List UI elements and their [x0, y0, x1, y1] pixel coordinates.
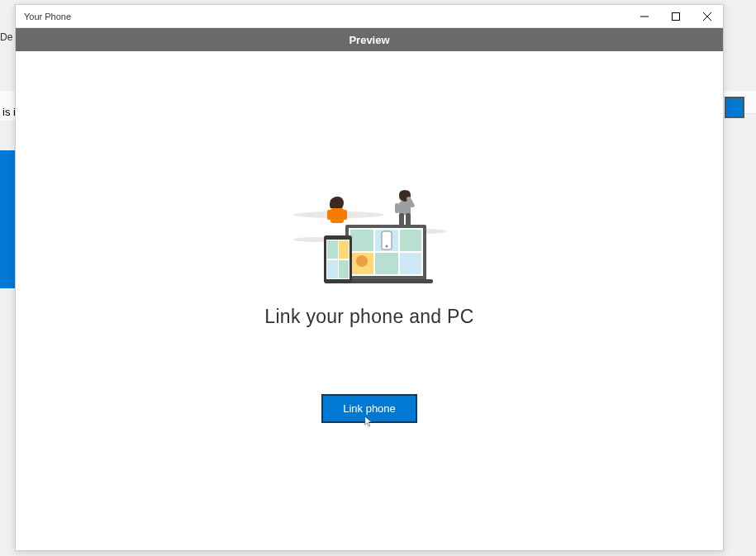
svg-rect-14	[375, 253, 398, 274]
maximize-icon	[672, 12, 680, 21]
window-titlebar: Your Phone	[16, 5, 723, 28]
svg-rect-9	[350, 230, 373, 251]
hero-illustration	[289, 190, 450, 285]
svg-rect-19	[327, 240, 338, 259]
svg-rect-15	[400, 253, 421, 274]
link-phone-button[interactable]: Link phone	[321, 394, 417, 423]
svg-rect-21	[327, 260, 338, 278]
window-title: Your Phone	[24, 12, 71, 21]
window-controls	[629, 5, 723, 27]
close-button[interactable]	[692, 5, 723, 27]
svg-rect-24	[330, 208, 344, 223]
background-blue-panel	[0, 150, 17, 288]
minimize-button[interactable]	[629, 5, 660, 27]
background-text-fragment: De	[0, 31, 12, 43]
svg-rect-20	[339, 240, 349, 259]
main-content: Link your phone and PC Link phone	[16, 51, 723, 550]
svg-rect-16	[339, 279, 433, 283]
maximize-button[interactable]	[660, 5, 692, 27]
link-phone-button-label: Link phone	[343, 402, 396, 415]
svg-point-34	[385, 245, 388, 248]
cursor-icon	[364, 416, 374, 428]
svg-rect-26	[342, 210, 347, 220]
close-icon	[703, 12, 711, 21]
svg-rect-1	[673, 12, 680, 20]
svg-rect-32	[406, 213, 411, 226]
phone-pc-illustration-icon	[289, 190, 450, 285]
svg-rect-22	[339, 260, 349, 278]
app-window: Your Phone Preview	[15, 4, 724, 551]
main-heading: Link your phone and PC	[264, 306, 473, 328]
svg-rect-30	[395, 203, 399, 213]
minimize-icon	[640, 12, 649, 21]
svg-rect-28	[399, 202, 411, 215]
svg-point-13	[356, 255, 368, 267]
preview-label: Preview	[349, 34, 389, 46]
preview-banner: Preview	[16, 28, 723, 51]
svg-rect-25	[327, 210, 332, 220]
background-button-fragment	[725, 97, 744, 118]
svg-rect-11	[400, 230, 421, 251]
svg-rect-31	[399, 213, 404, 226]
